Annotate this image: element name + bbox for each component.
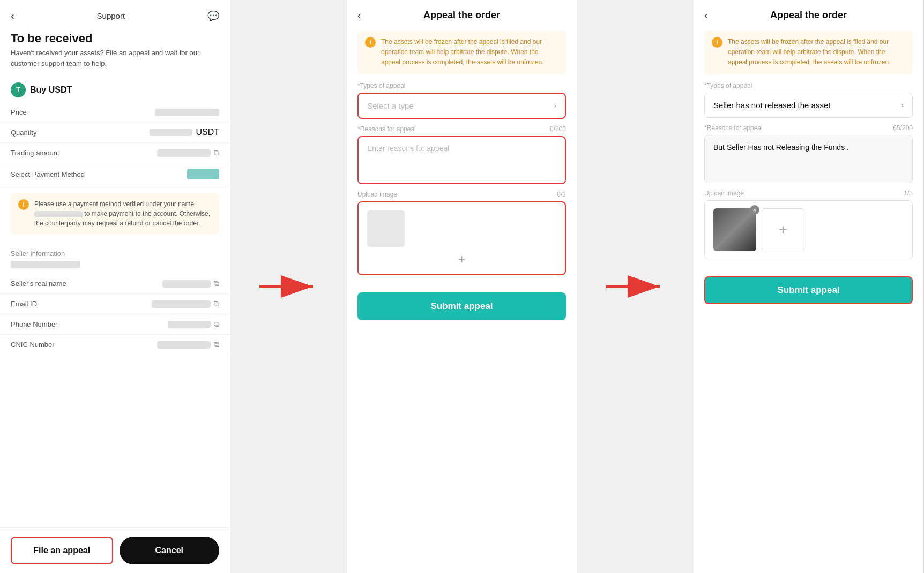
upload-box-3: × + <box>704 200 913 259</box>
price-row: Price <box>0 103 230 122</box>
chat-icon[interactable]: 💬 <box>207 10 219 22</box>
payment-warning-box: i Please use a payment method verified u… <box>11 193 219 235</box>
price-value <box>155 109 219 116</box>
types-placeholder-2: Select a type <box>367 101 414 110</box>
support-label: Support <box>97 11 125 20</box>
submit-appeal-button-3[interactable]: Submit appeal <box>704 276 913 304</box>
phone-number-label: Phone Number <box>11 320 57 328</box>
copy-email-id-icon[interactable]: ⧉ <box>214 299 219 308</box>
trading-amount-label: Trading amount <box>11 149 59 157</box>
email-id-value-group: ⧉ <box>152 299 219 308</box>
reasons-section-2: *Reasons for appeal 0/200 Enter reasons … <box>347 125 577 184</box>
quantity-label: Quantity <box>11 129 36 137</box>
uploaded-image-1: × <box>713 208 756 251</box>
appeal-warning-text-2: The assets will be frozen after the appe… <box>381 37 558 68</box>
upload-box-2[interactable]: + <box>357 201 566 275</box>
copy-trading-amount-icon[interactable]: ⧉ <box>214 148 219 157</box>
phone-number-row: Phone Number ⧉ <box>0 314 230 335</box>
reasons-textarea-3[interactable]: But Seller Has not Releasing the Funds . <box>704 135 913 183</box>
file-appeal-button[interactable]: File an appeal <box>11 537 113 564</box>
phone-number-value <box>168 321 211 328</box>
appeal-warning-text-3: The assets will be frozen after the appe… <box>728 37 905 68</box>
quantity-value <box>150 129 192 136</box>
types-of-appeal-section-2: *Types of appeal Select a type › <box>347 82 577 119</box>
email-id-row: Email ID ⧉ <box>0 294 230 314</box>
panel-appeal-filled: ‹ Appeal the order i The assets will be … <box>694 0 924 573</box>
upload-label-2: Upload image 0/3 <box>357 191 566 198</box>
types-of-appeal-select-3[interactable]: Seller has not released the asset › <box>704 93 913 118</box>
cnic-number-value-group: ⧉ <box>157 340 219 349</box>
coin-icon: T <box>11 82 26 97</box>
upload-plus-icon-2[interactable]: + <box>367 252 556 267</box>
trading-amount-value-group: ⧉ <box>157 148 219 157</box>
copy-sellers-name-icon[interactable]: ⧉ <box>214 279 219 288</box>
trading-amount-row: Trading amount ⧉ <box>0 143 230 163</box>
appeal-back-button-3[interactable]: ‹ <box>704 9 708 21</box>
payment-method-row: Select Payment Method <box>0 163 230 185</box>
sellers-name-value-group: ⧉ <box>162 279 219 288</box>
arrow-2-3 <box>577 0 694 573</box>
trading-amount-value <box>157 149 211 157</box>
cnic-number-value <box>157 341 211 349</box>
seller-section-label: Seller information <box>0 242 230 261</box>
reasons-label-3: *Reasons for appeal 65/200 <box>704 124 913 132</box>
types-of-appeal-label-3: *Types of appeal <box>704 82 913 89</box>
add-image-button[interactable]: + <box>762 208 804 251</box>
panel1-bottom-actions: File an appeal Cancel <box>0 527 230 573</box>
appeal-header-3: ‹ Appeal the order <box>694 0 923 31</box>
chevron-icon-3: › <box>901 101 904 109</box>
appeal-warning-icon-2: i <box>365 37 376 48</box>
chevron-icon-2: › <box>554 101 556 110</box>
coin-label: Buy USDT <box>30 85 72 95</box>
panel-appeal-empty: ‹ Appeal the order i The assets will be … <box>347 0 577 573</box>
types-of-appeal-section-3: *Types of appeal Seller has not released… <box>694 82 923 118</box>
copy-cnic-icon[interactable]: ⧉ <box>214 340 219 349</box>
right-arrow-icon <box>230 270 347 303</box>
types-value-3: Seller has not released the asset <box>713 101 830 110</box>
back-button[interactable]: ‹ <box>11 10 14 22</box>
page-title: To be received <box>0 27 230 48</box>
upload-thumb-placeholder-2 <box>367 210 405 247</box>
types-of-appeal-label-2: *Types of appeal <box>357 82 566 89</box>
reasons-label-2: *Reasons for appeal 0/200 <box>357 125 566 133</box>
cnic-number-label: CNIC Number <box>11 341 55 349</box>
upload-images-row-3: × + <box>713 208 904 251</box>
appeal-warning-icon-3: i <box>712 37 722 48</box>
payment-method-value <box>187 169 219 179</box>
reasons-content-3: But Seller Has not Releasing the Funds . <box>713 143 849 152</box>
sellers-name-label: Seller's real name <box>11 280 66 288</box>
page-subtitle: Haven't received your assets? File an ap… <box>0 48 230 77</box>
submit-appeal-button-2[interactable]: Submit appeal <box>357 292 566 320</box>
types-of-appeal-select-2[interactable]: Select a type › <box>357 93 566 119</box>
quantity-unit: USDT <box>196 127 219 137</box>
email-id-value <box>152 300 211 308</box>
quantity-row: Quantity USDT <box>0 122 230 143</box>
email-id-label: Email ID <box>11 300 37 308</box>
appeal-title-3: Appeal the order <box>770 10 847 21</box>
payment-method-label: Select Payment Method <box>11 170 85 178</box>
reasons-textarea-2[interactable]: Enter reasons for appeal <box>357 136 566 184</box>
panel1-header: ‹ Support 💬 <box>0 0 230 27</box>
quantity-value-group: USDT <box>150 127 219 137</box>
reasons-section-3: *Reasons for appeal 65/200 But Seller Ha… <box>694 124 923 183</box>
right-arrow-icon-2 <box>577 270 694 303</box>
appeal-back-button-2[interactable]: ‹ <box>357 9 361 21</box>
upload-section-2: Upload image 0/3 + <box>347 191 577 275</box>
remove-image-button[interactable]: × <box>750 205 759 215</box>
copy-phone-icon[interactable]: ⧉ <box>214 320 219 329</box>
arrow-1-2 <box>230 0 347 573</box>
appeal-warning-2: i The assets will be frozen after the ap… <box>357 31 566 74</box>
price-label: Price <box>11 108 27 116</box>
appeal-title-2: Appeal the order <box>423 10 500 21</box>
coin-row: T Buy USDT <box>0 77 230 103</box>
upload-placeholder-2 <box>367 210 556 247</box>
sellers-name-value <box>162 280 211 288</box>
appeal-warning-3: i The assets will be frozen after the ap… <box>704 31 913 74</box>
cancel-button[interactable]: Cancel <box>120 537 220 564</box>
panel-to-be-received: ‹ Support 💬 To be received Haven't recei… <box>0 0 230 573</box>
reasons-placeholder-2: Enter reasons for appeal <box>367 144 449 153</box>
warning-icon: i <box>18 199 29 210</box>
upload-section-3: Upload image 1/3 × + <box>694 190 923 259</box>
upload-label-3: Upload image 1/3 <box>704 190 913 197</box>
payment-warning-text: Please use a payment method verified und… <box>34 199 212 228</box>
